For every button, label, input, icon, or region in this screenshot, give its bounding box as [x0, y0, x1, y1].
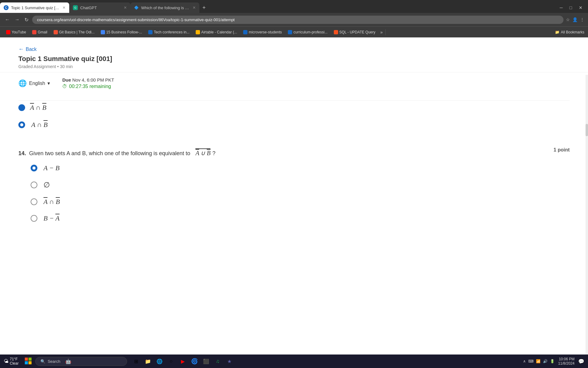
volume-icon[interactable]: 🔊 — [543, 359, 548, 363]
option-4[interactable]: B − A — [31, 214, 570, 222]
option-2[interactable]: ∅ — [31, 181, 570, 189]
chrome-taskbar-icon[interactable]: 🌀 — [190, 357, 199, 366]
network-icon[interactable]: 📶 — [536, 359, 541, 363]
language-label: English — [29, 81, 45, 86]
profile-icon[interactable]: 👤 — [572, 17, 578, 22]
bookmark-airtable[interactable]: Airtable - Calendar (... — [193, 29, 239, 35]
question-14-text: 14. Given two sets A and B, which one of… — [18, 147, 554, 157]
bookmark-git[interactable]: Git Basics | The Odi... — [51, 29, 97, 35]
option-3-radio[interactable] — [31, 198, 37, 205]
copilot-icon: 🤖 — [65, 358, 71, 364]
option-1-radio-inner — [32, 167, 36, 170]
tab-1-active[interactable]: C Topic 1 Summative quiz [001] | ✕ — [0, 2, 69, 13]
question-14-block: 14. Given two sets A and B, which one of… — [18, 141, 570, 222]
edge-icon[interactable]: 🌐 — [155, 357, 164, 366]
address-input[interactable] — [32, 16, 564, 24]
more-bookmarks-button[interactable]: » — [380, 30, 383, 35]
forward-nav-button[interactable]: → — [13, 16, 21, 24]
app-icon-8[interactable]: ★ — [225, 357, 234, 366]
tab-1-close[interactable]: ✕ — [62, 6, 66, 10]
taskbar-right: ∧ ⌨ 📶 🔊 🔋 10:06 PM 11/8/2024 💬 — [523, 357, 584, 366]
option-1-radio[interactable] — [31, 165, 37, 171]
option-1[interactable]: A − B — [31, 164, 570, 172]
back-button[interactable]: ← Back — [18, 44, 570, 55]
language-selector[interactable]: 🌐 English ▾ — [18, 79, 50, 87]
weather-icon: 🌤 — [4, 358, 9, 364]
svg-rect-2 — [25, 361, 28, 364]
svg-rect-0 — [25, 358, 28, 361]
address-bar: ← → ↻ ☆ 👤 ⋮ — [0, 13, 588, 26]
new-tab-button[interactable]: + — [199, 5, 209, 11]
reload-button[interactable]: ↻ — [23, 16, 30, 24]
globe-icon: 🌐 — [18, 79, 27, 87]
battery-icon: 🔋 — [550, 359, 555, 363]
tab-2-icon: G — [73, 5, 78, 10]
task-view-icon[interactable]: ⊞ — [132, 357, 141, 366]
tab-1-icon: C — [4, 5, 9, 10]
address-bar-icons: ☆ 👤 ⋮ — [566, 17, 584, 22]
prev-question-answer: A ∩ B — [18, 100, 570, 121]
minimize-button[interactable]: ─ — [557, 4, 566, 11]
question-expr: A ∪ B — [195, 148, 210, 157]
bookmark-gmail[interactable]: Gmail — [30, 29, 50, 35]
weather-desc: Clear — [10, 361, 19, 366]
due-word: Due — [62, 77, 71, 82]
spotify-icon[interactable]: ♫ — [213, 357, 222, 366]
tab-3[interactable]: 🔷 Which of the following is equiv... ✕ — [130, 2, 199, 13]
option-2-radio[interactable] — [31, 182, 37, 188]
due-label: Due Nov 4, 6:00 PM PKT — [62, 77, 114, 82]
scrollbar-thumb[interactable] — [586, 124, 588, 136]
bookmark-business-label: 15 Business Follow-... — [106, 30, 142, 34]
option-3[interactable]: A ∩ B — [31, 198, 570, 206]
tray-arrow-icon[interactable]: ∧ — [523, 359, 526, 363]
bookmark-separator — [385, 29, 386, 35]
weather-temp: 71°F — [10, 357, 19, 361]
bookmark-business[interactable]: 15 Business Follow-... — [98, 29, 145, 35]
svg-rect-3 — [28, 361, 32, 364]
quiz-body: A ∩ B A ∩ B 14. Given two sets A and B, … — [0, 94, 588, 241]
bookmark-star-icon[interactable]: ☆ — [566, 17, 570, 22]
svg-rect-1 — [28, 358, 32, 361]
taskbar: 🌤 71°F Clear 🔍 Search 🤖 ⊞ 📁 🌐 ○ ▶ 🌀 ⬛ ♫ … — [0, 355, 588, 368]
search-icon: 🔍 — [40, 359, 45, 364]
close-window-button[interactable]: ✕ — [576, 4, 586, 11]
due-date: Nov 4, 6:00 PM PKT — [72, 77, 114, 82]
menu-icon[interactable]: ⋮ — [580, 17, 584, 22]
bookmark-tech[interactable]: Tech conferences in... — [146, 29, 192, 35]
scrollbar[interactable] — [586, 75, 588, 355]
bookmark-curriculum-label: curriculum-professi... — [293, 30, 327, 34]
cortana-icon[interactable]: ○ — [167, 357, 175, 366]
question-intro: Given two sets A and B, which one of the… — [29, 150, 190, 157]
back-nav-button[interactable]: ← — [4, 16, 11, 24]
tab-2-close[interactable]: ✕ — [124, 6, 127, 10]
points-badge: 1 point — [554, 147, 570, 153]
all-bookmarks-button[interactable]: 📁 All Bookmarks — [555, 30, 584, 34]
system-clock[interactable]: 10:06 PM 11/8/2024 — [558, 357, 575, 366]
timer: ⏱ 00:27:35 remaining — [62, 84, 114, 89]
start-button[interactable] — [24, 356, 33, 366]
tab-2[interactable]: G ChatGPT ✕ — [69, 2, 130, 13]
maximize-button[interactable]: □ — [567, 4, 575, 11]
vscode-icon[interactable]: ⬛ — [202, 357, 210, 366]
bookmark-curriculum[interactable]: curriculum-professi... — [285, 29, 330, 35]
bookmark-airtable-label: Airtable - Calendar (... — [201, 30, 237, 34]
question-body: Given two sets A and B, which one of the… — [29, 147, 215, 157]
notification-icon[interactable]: 💬 — [578, 358, 584, 364]
airtable-icon — [196, 30, 200, 34]
prev-selected-option[interactable]: A ∩ B — [18, 121, 570, 129]
system-tray: ∧ ⌨ 📶 🔊 🔋 — [523, 359, 555, 363]
timer-icon: ⏱ — [62, 84, 67, 89]
option-4-radio[interactable] — [31, 215, 37, 222]
file-explorer-icon[interactable]: 📁 — [144, 357, 152, 366]
tab-3-close[interactable]: ✕ — [193, 6, 196, 10]
git-icon — [54, 30, 58, 34]
youtube-taskbar-icon[interactable]: ▶ — [179, 357, 187, 366]
bookmark-youtube[interactable]: YouTube — [4, 29, 28, 35]
bookmark-microverse[interactable]: microverse-students — [241, 29, 284, 35]
bookmark-sql[interactable]: SQL - UPDATE Query — [331, 29, 378, 35]
all-bookmarks-label: All Bookmarks — [561, 30, 584, 34]
keyboard-icon: ⌨ — [528, 359, 533, 363]
window-controls: ─ □ ✕ — [557, 4, 588, 11]
tab-2-title: ChatGPT — [80, 6, 97, 10]
search-bar[interactable]: 🔍 Search 🤖 — [35, 357, 127, 366]
